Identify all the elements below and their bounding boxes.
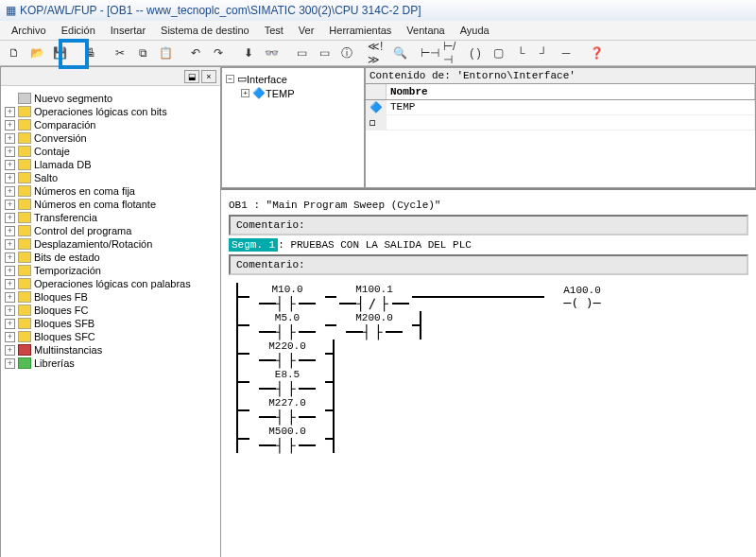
expand-icon[interactable]: + — [5, 186, 15, 197]
interface-tree[interactable]: −▭ Interface +🔷 TEMP — [221, 67, 365, 188]
contact-nc-icon[interactable]: ⊢/⊣ — [442, 43, 463, 63]
network-icon[interactable]: ▭ — [314, 43, 335, 63]
sidebar-item[interactable]: +Comparación — [5, 118, 216, 131]
contact-m500[interactable]: M500.0┤├ — [249, 426, 325, 453]
segment-comment[interactable]: Comentario: — [229, 254, 748, 275]
expand-icon[interactable]: + — [5, 279, 15, 289]
download-icon[interactable]: ⬇ — [238, 43, 259, 63]
block-icon[interactable]: ▭ — [291, 43, 312, 63]
segment-label[interactable]: Segm. 1 — [229, 238, 278, 252]
sidebar-item[interactable]: +Bloques FB — [5, 290, 216, 304]
cell-empty[interactable] — [387, 115, 755, 130]
ladder-editor[interactable]: OB1 : "Main Program Sweep (Cycle)" Comen… — [221, 190, 756, 557]
info-icon[interactable]: ⓘ — [336, 43, 357, 63]
sidebar-item[interactable]: +Librerías — [5, 357, 216, 370]
sidebar-item[interactable]: +Números en coma flotante — [5, 198, 216, 211]
expand-icon[interactable]: + — [241, 89, 249, 97]
help-icon[interactable]: ❓ — [586, 43, 607, 63]
segment-title: : PRUEBAS CON LA SALIDA DEL PLC — [278, 239, 472, 251]
cell-temp[interactable]: TEMP — [387, 100, 755, 114]
menu-insertar[interactable]: Insertar — [105, 23, 151, 38]
expand-icon[interactable]: + — [5, 133, 15, 144]
sidebar-pin-icon[interactable]: ⬓ — [184, 70, 199, 83]
connection-icon[interactable]: ─ — [556, 43, 576, 63]
sidebar-item[interactable]: +Bloques FC — [5, 304, 216, 317]
monitor-icon[interactable]: 👓 — [261, 43, 282, 63]
copy-icon[interactable]: ⧉ — [132, 43, 153, 63]
sidebar-item[interactable]: Nuevo segmento — [5, 92, 216, 105]
paste-icon[interactable]: 📋 — [155, 43, 176, 63]
branch-close-icon[interactable]: ┘ — [533, 43, 554, 63]
expand-icon[interactable]: + — [5, 358, 15, 369]
folder-icon — [18, 238, 31, 250]
print-icon[interactable]: 🖶 — [79, 43, 100, 63]
contact-m100[interactable]: M100.1 ┤∕├ — [336, 284, 412, 311]
box-icon[interactable]: ▢ — [488, 43, 508, 63]
menu-ayuda[interactable]: Ayuda — [455, 23, 495, 38]
expand-icon[interactable]: + — [5, 160, 15, 170]
sidebar-item[interactable]: +Llamada DB — [5, 158, 216, 171]
expand-icon[interactable]: + — [5, 239, 15, 250]
undo-icon[interactable]: ↶ — [185, 43, 206, 63]
expand-icon[interactable]: + — [5, 120, 15, 131]
menu-sistema[interactable]: Sistema de destino — [155, 23, 255, 38]
menu-test[interactable]: Test — [259, 23, 289, 38]
sidebar-item-label: Control del programa — [34, 225, 131, 236]
expand-icon[interactable]: + — [5, 292, 15, 303]
instruction-tree[interactable]: Nuevo segmento+Operaciones lógicas con b… — [1, 86, 220, 557]
menu-ventana[interactable]: Ventana — [401, 23, 450, 38]
collapse-icon[interactable]: − — [226, 75, 234, 83]
new-icon[interactable]: 🗋 — [4, 43, 25, 63]
expand-icon[interactable]: + — [5, 226, 15, 236]
sidebar-item[interactable]: +Contaje — [5, 145, 216, 158]
menu-edicion[interactable]: Edición — [56, 23, 101, 38]
menu-herramientas[interactable]: Herramientas — [323, 23, 397, 38]
branch-open-icon[interactable]: └ — [510, 43, 531, 63]
sidebar-item[interactable]: +Temporización — [5, 264, 216, 277]
ob1-comment[interactable]: Comentario: — [229, 215, 748, 235]
expand-icon[interactable]: + — [5, 147, 15, 157]
sidebar-item[interactable]: +Bloques SFC — [5, 330, 216, 343]
goto-icon[interactable]: ≪!≫ — [367, 43, 387, 63]
expand-icon[interactable]: + — [5, 305, 15, 316]
redo-icon[interactable]: ↷ — [208, 43, 229, 63]
expand-icon[interactable]: + — [5, 213, 15, 223]
sidebar-item[interactable]: +Transferencia — [5, 211, 216, 224]
expand-icon[interactable]: + — [5, 252, 15, 263]
sidebar-item[interactable]: +Números en coma fija — [5, 184, 216, 198]
find-icon[interactable]: 🔍 — [389, 43, 410, 63]
contact-m5[interactable]: M5.0 ┤├ — [249, 312, 325, 339]
contact-e85[interactable]: E8.5┤├ — [249, 369, 325, 396]
contact-m220[interactable]: M220.0┤├ — [249, 340, 325, 368]
contact-m10[interactable]: M10.0 ┤├ — [249, 284, 325, 311]
sidebar-item[interactable]: +Operaciones lógicas con palabras — [5, 277, 216, 290]
sidebar-item[interactable]: +Conversión — [5, 131, 216, 145]
expand-icon[interactable]: + — [5, 266, 15, 276]
expand-icon[interactable]: + — [5, 319, 15, 329]
sidebar-item[interactable]: +Operaciones lógicas con bits — [5, 105, 216, 118]
sidebar-item[interactable]: +Multiinstancias — [5, 343, 216, 357]
coil-a100[interactable]: A100.0 ─( )─ — [544, 285, 620, 310]
expand-icon[interactable]: + — [5, 200, 15, 210]
expand-icon[interactable]: + — [5, 345, 15, 356]
contact-no-icon[interactable]: ⊢⊣ — [420, 43, 440, 63]
contact-m227[interactable]: M227.0┤├ — [249, 397, 325, 425]
open-icon[interactable]: 📂 — [26, 43, 47, 63]
expand-icon[interactable]: + — [5, 107, 15, 117]
col-nombre: Nombre — [387, 84, 755, 99]
cut-icon[interactable]: ✂ — [110, 43, 130, 63]
sidebar-item[interactable]: +Bloques SFB — [5, 317, 216, 330]
contact-m200[interactable]: M200.0 ┤├ — [336, 312, 412, 339]
sidebar-item[interactable]: +Desplazamiento/Rotación — [5, 237, 216, 251]
coil-icon[interactable]: ( ) — [465, 43, 486, 63]
sidebar-item[interactable]: +Control del programa — [5, 224, 216, 237]
save-icon[interactable]: 💾 — [49, 43, 70, 63]
sidebar-close-icon[interactable]: × — [201, 70, 216, 83]
expand-icon[interactable]: + — [5, 332, 15, 342]
expand-icon[interactable]: + — [5, 173, 15, 183]
menu-archivo[interactable]: Archivo — [6, 23, 52, 38]
menu-ver[interactable]: Ver — [293, 23, 320, 38]
sidebar-item[interactable]: +Salto — [5, 171, 216, 184]
ladder-network[interactable]: M10.0 ┤├ M100.1 ┤∕├ A100.0 ─( )─ — [236, 283, 748, 453]
sidebar-item[interactable]: +Bits de estado — [5, 251, 216, 264]
